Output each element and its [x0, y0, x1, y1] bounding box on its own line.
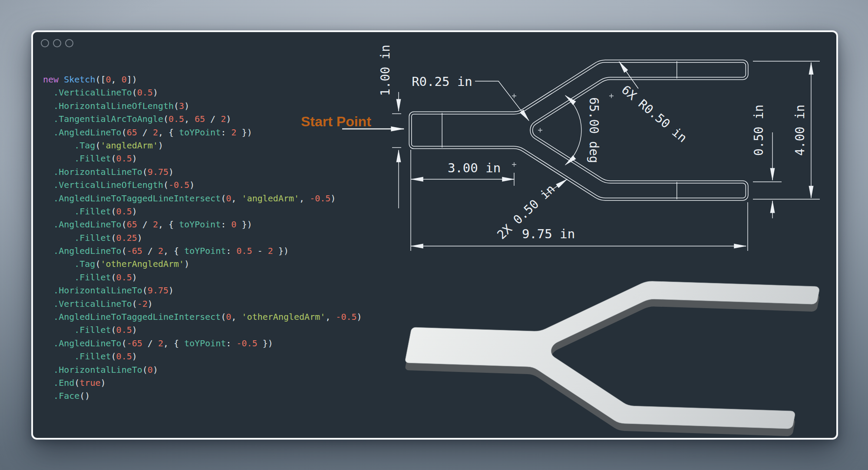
- code-line: .Fillet(0.5): [43, 350, 362, 363]
- code-line: .AngledLineTo(-65 / 2, { toYPoint: -0.5 …: [43, 337, 362, 350]
- code-line: .TangentialArcToAngle(0.5, 65 / 2): [43, 112, 362, 125]
- code-line: .Face(): [43, 389, 362, 402]
- code-line: .VerticalLineTo(0.5): [43, 86, 362, 99]
- code-line: .VerticalLineOfLength(-0.5): [43, 178, 362, 191]
- desktop-background: { "window": { "traffic_lights": ["close"…: [0, 0, 868, 470]
- maximize-button-icon[interactable]: [65, 39, 73, 47]
- code-line: .HorizontalLineTo(9.75): [43, 165, 362, 178]
- code-line: .Fillet(0.25): [43, 231, 362, 244]
- code-line: .AngledLineTo(65 / 2, { toYPoint: 2 }): [43, 126, 362, 139]
- code-line: .End(true): [43, 376, 362, 389]
- code-line: .Fillet(0.5): [43, 205, 362, 218]
- code-line: .HorizontalLineOfLength(3): [43, 99, 362, 112]
- code-line: .Fillet(0.5): [43, 152, 362, 165]
- code-line: .AngledLineToTaggedLineIntersect(0, 'oth…: [43, 310, 362, 323]
- code-line: .VerticalLineTo(-2): [43, 297, 362, 310]
- code-line: .AngledLineTo(65 / 2, { toYPoint: 0 }): [43, 218, 362, 231]
- close-button-icon[interactable]: [41, 39, 49, 47]
- code-line: .HorizontalLineTo(9.75): [43, 284, 362, 297]
- code-line: .Tag('angledArm'): [43, 139, 362, 152]
- code-line: .Tag('otherAngledArm'): [43, 257, 362, 270]
- app-window: new Sketch([0, 0]) .VerticalLineTo(0.5) …: [31, 30, 838, 440]
- code-line: new Sketch([0, 0]): [43, 73, 362, 86]
- code-line: .Fillet(0.5): [43, 323, 362, 336]
- code-editor[interactable]: new Sketch([0, 0]) .VerticalLineTo(0.5) …: [43, 73, 362, 403]
- code-line: .Fillet(0.5): [43, 271, 362, 284]
- minimize-button-icon[interactable]: [53, 39, 61, 47]
- code-line: .AngledLineToTaggedLineIntersect(0, 'ang…: [43, 192, 362, 205]
- code-line: .HorizontalLineTo(0): [43, 363, 362, 376]
- traffic-lights: [41, 39, 73, 47]
- code-line: .AngledLineTo(-65 / 2, { toYPoint: 0.5 -…: [43, 244, 362, 257]
- window-titlebar[interactable]: [33, 32, 836, 56]
